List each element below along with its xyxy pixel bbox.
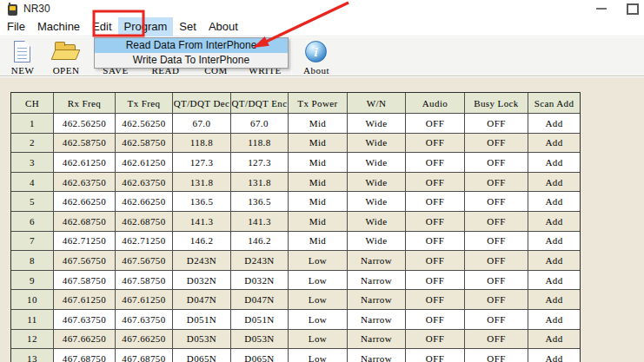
table-cell[interactable]: 467.56750 (116, 251, 173, 271)
table-cell[interactable]: 462.58750 (116, 134, 173, 154)
table-cell[interactable]: OFF (465, 134, 528, 154)
table-cell[interactable]: 131.8 (173, 173, 231, 193)
table-cell[interactable]: Narrow (348, 290, 406, 310)
table-cell[interactable]: D065N (231, 349, 289, 362)
table-cell[interactable]: Add (528, 134, 580, 154)
table-cell[interactable]: OFF (406, 232, 465, 252)
table-cell[interactable]: D032N (231, 271, 289, 291)
menu-item-file[interactable]: File (1, 17, 31, 36)
channel-number-cell[interactable]: 8 (11, 251, 54, 271)
table-cell[interactable]: D051N (231, 310, 289, 330)
table-cell[interactable]: Narrow (348, 251, 406, 271)
table-cell[interactable]: OFF (465, 271, 528, 291)
table-cell[interactable]: Add (528, 330, 580, 350)
menu-item-set[interactable]: Set (173, 17, 202, 36)
table-cell[interactable]: D053N (231, 330, 289, 350)
menu-item-program[interactable]: Program (118, 17, 174, 36)
table-cell[interactable]: Mid (289, 134, 348, 154)
table-cell[interactable]: 462.71250 (116, 232, 173, 252)
channel-number-cell[interactable]: 10 (11, 290, 54, 310)
table-cell[interactable]: Add (528, 271, 580, 291)
table-cell[interactable]: Mid (289, 192, 348, 212)
table-cell[interactable]: Narrow (348, 330, 406, 350)
table-cell[interactable]: 141.3 (231, 212, 289, 232)
table-cell[interactable]: 118.8 (231, 134, 289, 154)
table-cell[interactable]: D243N (231, 251, 289, 271)
table-cell[interactable]: 467.66250 (54, 330, 116, 350)
maximize-button[interactable] (627, 3, 639, 15)
table-cell[interactable]: 146.2 (231, 232, 289, 252)
table-cell[interactable]: 67.0 (231, 114, 289, 134)
about-button[interactable]: iAbout (295, 39, 338, 77)
table-cell[interactable]: Low (289, 330, 348, 350)
table-cell[interactable]: D047N (231, 290, 289, 310)
table-cell[interactable]: 136.5 (231, 192, 289, 212)
channel-number-cell[interactable]: 4 (11, 173, 54, 193)
table-cell[interactable]: Wide (348, 153, 406, 173)
table-cell[interactable]: OFF (406, 134, 465, 154)
open-button[interactable]: OPEN (43, 39, 89, 77)
new-button[interactable]: NEW (3, 39, 42, 77)
table-cell[interactable]: Wide (348, 232, 406, 252)
table-cell[interactable]: OFF (406, 212, 465, 232)
table-cell[interactable]: 467.58750 (116, 271, 173, 291)
table-cell[interactable]: OFF (406, 251, 465, 271)
table-cell[interactable]: Low (289, 290, 348, 310)
table-cell[interactable]: 462.63750 (116, 173, 173, 193)
table-cell[interactable]: OFF (465, 232, 528, 252)
table-cell[interactable]: 462.56250 (116, 114, 173, 134)
table-cell[interactable]: OFF (465, 251, 528, 271)
table-cell[interactable]: Mid (289, 173, 348, 193)
channel-number-cell[interactable]: 3 (11, 153, 54, 173)
dropdown-item-write-data[interactable]: Write Data To InterPhone (95, 53, 288, 68)
table-cell[interactable]: OFF (406, 330, 465, 350)
table-cell[interactable]: D047N (173, 290, 231, 310)
table-cell[interactable]: Add (528, 349, 580, 362)
table-cell[interactable]: OFF (465, 349, 528, 362)
table-cell[interactable]: 136.5 (173, 192, 231, 212)
table-cell[interactable]: OFF (406, 192, 465, 212)
table-cell[interactable]: OFF (465, 212, 528, 232)
table-cell[interactable]: 462.56250 (54, 114, 116, 134)
table-cell[interactable]: 467.61250 (54, 290, 116, 310)
table-cell[interactable]: Add (528, 232, 580, 252)
table-cell[interactable]: OFF (406, 173, 465, 193)
table-cell[interactable]: Add (528, 310, 580, 330)
table-cell[interactable]: 467.56750 (54, 251, 116, 271)
table-cell[interactable]: Narrow (348, 271, 406, 291)
table-cell[interactable]: D051N (173, 310, 231, 330)
channel-number-cell[interactable]: 6 (11, 212, 54, 232)
table-cell[interactable]: 467.63750 (54, 310, 116, 330)
table-cell[interactable]: 141.3 (173, 212, 231, 232)
channel-number-cell[interactable]: 1 (11, 114, 54, 134)
table-cell[interactable]: Add (528, 251, 580, 271)
table-cell[interactable]: Low (289, 251, 348, 271)
table-cell[interactable]: Mid (289, 153, 348, 173)
table-cell[interactable]: 467.61250 (116, 290, 173, 310)
table-cell[interactable]: 462.68750 (54, 212, 116, 232)
channel-number-cell[interactable]: 7 (11, 232, 54, 252)
channel-number-cell[interactable]: 13 (11, 349, 54, 362)
table-cell[interactable]: OFF (406, 290, 465, 310)
table-cell[interactable]: Mid (289, 114, 348, 134)
table-cell[interactable]: 462.63750 (54, 173, 116, 193)
table-cell[interactable]: Add (528, 192, 580, 212)
table-cell[interactable]: 127.3 (173, 153, 231, 173)
menu-item-machine[interactable]: Machine (31, 17, 86, 36)
table-cell[interactable]: 67.0 (173, 114, 231, 134)
menu-item-about[interactable]: About (202, 17, 244, 36)
table-cell[interactable]: 462.66250 (54, 192, 116, 212)
table-cell[interactable]: 467.58750 (54, 271, 116, 291)
minimize-button[interactable] (596, 8, 607, 10)
table-cell[interactable]: 467.63750 (116, 310, 173, 330)
table-cell[interactable]: Narrow (348, 310, 406, 330)
table-cell[interactable]: OFF (465, 173, 528, 193)
table-cell[interactable]: Wide (348, 212, 406, 232)
table-cell[interactable]: Low (289, 310, 348, 330)
table-cell[interactable]: OFF (465, 310, 528, 330)
channel-number-cell[interactable]: 5 (11, 192, 54, 212)
menu-item-edit[interactable]: Edit (86, 17, 117, 36)
table-cell[interactable]: Add (528, 212, 580, 232)
table-cell[interactable]: Add (528, 114, 580, 134)
table-cell[interactable]: OFF (406, 114, 465, 134)
